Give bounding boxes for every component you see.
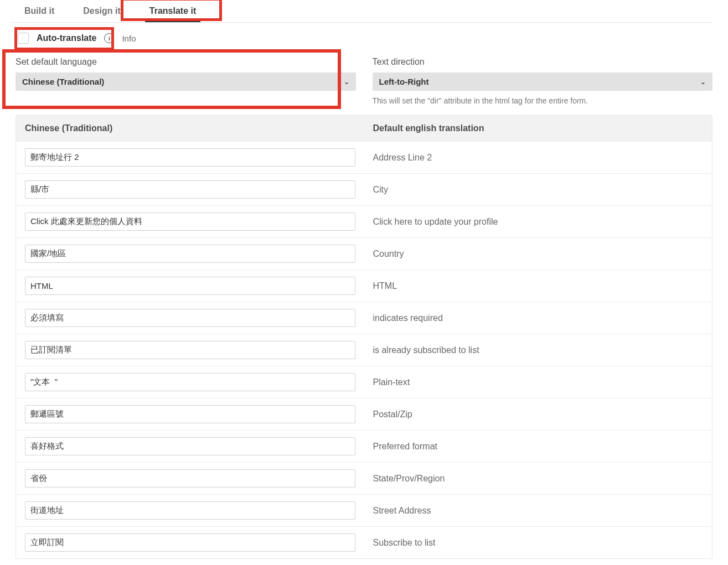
translation-cell (16, 366, 364, 398)
translation-input[interactable] (25, 373, 355, 391)
table-row: Address Line 2 (16, 141, 712, 173)
default-translation-cell: Subscribe to list (364, 531, 712, 554)
info-icon[interactable]: i (104, 33, 114, 43)
tabs-bar: Build it Design it Translate it (10, 0, 712, 23)
translation-cell (16, 398, 364, 430)
translation-cell (16, 495, 364, 526)
translation-input[interactable] (25, 277, 355, 295)
table-header: Chinese (Traditional) Default english tr… (16, 116, 712, 141)
translation-input[interactable] (25, 501, 355, 520)
translation-cell (16, 527, 364, 558)
tab-build[interactable]: Build it (10, 0, 69, 22)
auto-translate-label: Auto-translate (37, 33, 96, 43)
default-translation-cell: Preferred format (364, 435, 712, 458)
default-language-select[interactable]: Chinese (Traditional) ⌄ (16, 72, 356, 91)
default-translation-cell: Address Line 2 (364, 146, 712, 169)
column-header-default: Default english translation (364, 116, 712, 141)
translation-cell (16, 238, 364, 269)
default-language-label: Set default language (16, 57, 356, 67)
table-row: is already subscribed to list (16, 334, 712, 366)
tab-design[interactable]: Design it (69, 0, 135, 22)
default-language-value: Chinese (Traditional) (22, 77, 104, 86)
table-row: Plain-text (16, 366, 712, 398)
default-translation-cell: indicates required (364, 307, 712, 330)
tab-translate[interactable]: Translate it (135, 0, 210, 22)
settings-row: Set default language Chinese (Traditiona… (16, 57, 712, 105)
translation-input[interactable] (25, 469, 355, 488)
translation-input[interactable] (25, 309, 355, 327)
chevron-down-icon: ⌄ (700, 78, 706, 86)
table-row: Postal/Zip (16, 398, 712, 430)
translation-cell (16, 431, 364, 462)
table-row: HTML (16, 269, 712, 302)
default-translation-cell: Country (364, 242, 712, 266)
default-translation-cell: State/Prov/Region (364, 467, 712, 490)
default-translation-cell: is already subscribed to list (364, 339, 712, 362)
default-translation-cell: HTML (364, 274, 712, 298)
default-translation-cell: Click here to update your profile (364, 210, 712, 234)
translation-input[interactable] (25, 245, 355, 263)
translation-input[interactable] (25, 533, 355, 552)
table-row: Click here to update your profile (16, 205, 712, 237)
translation-input[interactable] (25, 180, 355, 199)
table-row: State/Prov/Region (16, 462, 712, 494)
translation-cell (16, 206, 364, 237)
text-direction-value: Left-to-Right (379, 77, 429, 86)
translation-table: Chinese (Traditional) Default english tr… (16, 115, 712, 559)
translation-cell (16, 334, 364, 366)
translation-cell (16, 142, 364, 173)
default-translation-cell: Postal/Zip (364, 403, 712, 426)
info-link[interactable]: Info (122, 34, 136, 43)
text-direction-label: Text direction (373, 57, 713, 67)
default-translation-cell: Plain-text (364, 371, 712, 394)
default-language-section: Set default language Chinese (Traditiona… (16, 57, 356, 105)
translation-input[interactable] (25, 212, 355, 231)
column-header-translated: Chinese (Traditional) (16, 116, 364, 141)
options-row: Auto-translate i Info (16, 23, 712, 50)
text-direction-select[interactable]: Left-to-Right ⌄ (373, 72, 713, 91)
translation-cell (16, 174, 364, 205)
translation-input[interactable] (25, 437, 355, 455)
translation-input[interactable] (25, 405, 355, 423)
table-row: Preferred format (16, 430, 712, 462)
table-row: City (16, 173, 712, 205)
text-direction-helper: This will set the "dir" attribute in the… (373, 96, 713, 105)
translation-cell (16, 302, 364, 334)
chevron-down-icon: ⌄ (344, 78, 349, 86)
table-row: Country (16, 237, 712, 269)
table-row: Street Address (16, 494, 712, 526)
translation-cell (16, 270, 364, 302)
table-row: Subscribe to list (16, 526, 712, 558)
translation-input[interactable] (25, 148, 355, 167)
default-translation-cell: City (364, 178, 712, 201)
translation-input[interactable] (25, 341, 355, 359)
text-direction-section: Text direction Left-to-Right ⌄ This will… (373, 57, 713, 105)
translation-cell (16, 463, 364, 494)
auto-translate-checkbox[interactable] (18, 33, 29, 44)
default-translation-cell: Street Address (364, 499, 712, 522)
table-row: indicates required (16, 302, 712, 334)
